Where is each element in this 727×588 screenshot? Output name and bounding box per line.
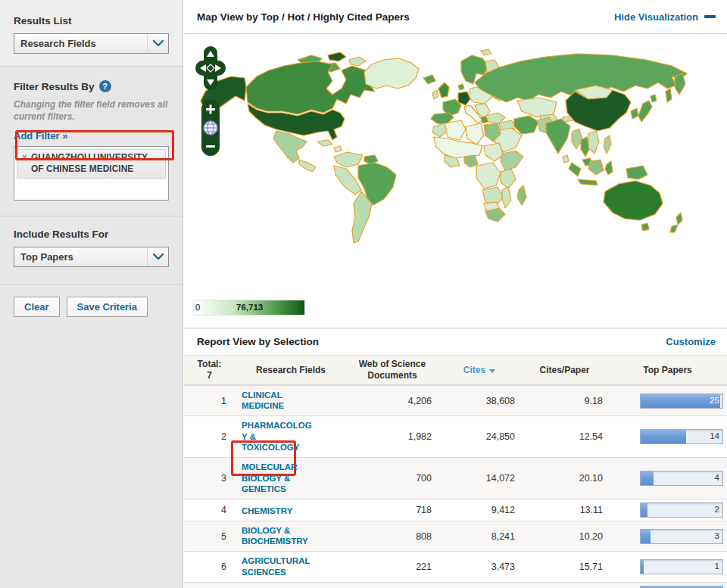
hide-visualization-label: Hide Visualization — [614, 11, 698, 23]
filter-tag-label: GUANGZHOU UNIVERSITY OF CHINESE MEDICINE — [31, 152, 161, 175]
legend-max-value: 76,713 — [236, 303, 263, 312]
field-link[interactable]: MOLECULAR BIOLOGY & GENETICS — [242, 462, 297, 494]
include-results-dropdown-value: Top Papers — [14, 251, 147, 263]
report-view-header: Report View by Selection Customize — [184, 328, 727, 355]
chevron-down-icon[interactable] — [147, 247, 168, 266]
globe-icon — [204, 121, 217, 135]
col-wos-documents: Web of Science Documents — [347, 356, 438, 384]
filter-section: Filter Results By ? Changing the filter … — [0, 67, 183, 216]
col-research-fields: Research Fields — [235, 362, 347, 379]
field-link[interactable]: CHEMISTRY — [242, 506, 292, 516]
top-papers-bar: 2 — [640, 502, 723, 518]
results-list-dropdown[interactable]: Research Fields — [14, 33, 169, 54]
docs-cell: 4,206 — [347, 396, 438, 406]
docs-cell: 718 — [347, 505, 438, 515]
top-papers-value: 2 — [715, 505, 719, 514]
cpp-cell: 20.10 — [521, 473, 608, 484]
world-map-visualization[interactable]: 0 76,713 — [184, 34, 727, 322]
remove-filter-icon[interactable]: × — [22, 152, 27, 163]
save-criteria-button[interactable]: Save Criteria — [67, 297, 148, 317]
map-pan-control[interactable] — [194, 45, 227, 92]
filter-results-heading: Filter Results By — [14, 81, 95, 92]
rank-cell: 2 — [184, 431, 235, 442]
table-row-all-fields: 0 ALL FIELDS 10,348 120,321 11.63 62 — [184, 582, 727, 588]
report-table: Total: 7 Research Fields Web of Science … — [184, 355, 727, 588]
cpp-cell: 15.71 — [521, 562, 608, 572]
top-papers-bar: 1 — [640, 559, 723, 574]
table-row: 1 CLINICAL MEDICINE 4,206 38,608 9.18 25 — [184, 385, 727, 415]
include-results-section: Include Results For Top Papers — [0, 216, 183, 285]
field-link[interactable]: PHARMACOLOG Y & TOXICOLOGY — [242, 420, 312, 453]
table-row: 6 AGRICULTURAL SCIENCES 221 3,473 15.71 … — [184, 551, 727, 581]
report-view-title: Report View by Selection — [197, 336, 319, 347]
cites-cell: 24,850 — [438, 431, 521, 442]
table-row: 2 PHARMACOLOG Y & TOXICOLOGY 1,982 24,85… — [184, 415, 727, 457]
main-panel: Map View by Top / Hot / Highly Cited Pap… — [184, 0, 727, 588]
table-row-highlighted: 3 MOLECULAR BIOLOGY & GENETICS 700 14,07… — [184, 457, 727, 499]
col-cites-sort[interactable]: Cites — [438, 362, 521, 379]
choropleth-world-map[interactable] — [184, 42, 727, 293]
docs-cell: 700 — [347, 473, 438, 484]
collapse-minus-icon — [704, 15, 716, 18]
add-filter-link[interactable]: Add Filter » — [14, 130, 68, 142]
rank-cell: 3 — [184, 473, 235, 484]
rank-cell: 6 — [184, 562, 235, 572]
cpp-cell: 12.54 — [521, 431, 608, 442]
clear-button[interactable]: Clear — [14, 297, 60, 317]
col-cites-label: Cites — [463, 365, 485, 376]
help-icon[interactable]: ? — [99, 80, 111, 92]
col-top-papers: Top Papers — [608, 362, 727, 379]
table-header-row: Total: 7 Research Fields Web of Science … — [184, 355, 727, 385]
cites-cell: 9,412 — [438, 505, 521, 515]
top-papers-value: 1 — [715, 562, 719, 571]
top-papers-bar: 4 — [640, 471, 723, 486]
docs-cell: 808 — [347, 531, 438, 542]
app-screen: Results List Research Fields Filter Resu… — [0, 0, 727, 588]
top-papers-value: 25 — [710, 396, 719, 405]
legend-min-value: 0 — [195, 303, 200, 312]
rank-cell: 4 — [184, 505, 235, 515]
include-results-dropdown[interactable]: Top Papers — [14, 247, 169, 267]
choropleth-legend: 0 76,713 — [193, 300, 305, 316]
col-cites-per-paper: Cites/Paper — [521, 362, 608, 379]
table-row: 5 BIOLOGY & BIOCHEMISTRY 808 8,241 10.20… — [184, 521, 727, 551]
results-list-dropdown-value: Research Fields — [14, 38, 147, 49]
sort-desc-icon — [489, 369, 495, 373]
filter-note: Changing the filter field removes all cu… — [14, 98, 169, 123]
top-papers-bar: 3 — [640, 529, 723, 544]
table-row: 4 CHEMISTRY 718 9,412 13.11 2 — [184, 499, 727, 521]
sidebar: Results List Research Fields Filter Resu… — [0, 0, 183, 588]
cpp-cell: 9.18 — [521, 396, 608, 406]
top-papers-bar: 25 — [640, 394, 723, 409]
cites-cell: 8,241 — [438, 531, 521, 542]
rank-cell: 5 — [184, 531, 235, 542]
zoom-out-icon — [206, 145, 215, 148]
active-filters-box: × GUANGZHOU UNIVERSITY OF CHINESE MEDICI… — [14, 146, 169, 201]
map-zoom-control[interactable] — [201, 99, 220, 157]
top-papers-bar: 62 — [640, 586, 723, 588]
hide-visualization-link[interactable]: Hide Visualization — [614, 11, 716, 23]
top-papers-value: 14 — [710, 431, 719, 440]
cpp-cell: 10.20 — [521, 531, 608, 542]
results-list-heading: Results List — [14, 15, 169, 26]
criteria-buttons: Clear Save Criteria — [0, 285, 183, 329]
total-header: Total: 7 — [184, 356, 235, 384]
cites-cell: 14,072 — [438, 473, 521, 484]
map-controls — [194, 45, 229, 160]
top-papers-value: 4 — [715, 473, 719, 482]
customize-link[interactable]: Customize — [666, 336, 716, 347]
top-papers-bar: 14 — [640, 429, 723, 444]
include-results-heading: Include Results For — [14, 229, 169, 240]
filter-tag[interactable]: × GUANGZHOU UNIVERSITY OF CHINESE MEDICI… — [17, 149, 166, 179]
field-link[interactable]: BIOLOGY & BIOCHEMISTRY — [242, 525, 308, 547]
field-link[interactable]: AGRICULTURAL SCIENCES — [242, 555, 310, 577]
rank-cell: 1 — [184, 396, 235, 406]
chevron-down-icon[interactable] — [147, 34, 168, 53]
map-view-header: Map View by Top / Hot / Highly Cited Pap… — [184, 0, 727, 34]
docs-cell: 1,982 — [347, 431, 438, 442]
docs-cell: 221 — [347, 562, 438, 572]
cites-cell: 3,473 — [438, 562, 521, 572]
field-link[interactable]: CLINICAL MEDICINE — [242, 390, 284, 412]
map-view-title: Map View by Top / Hot / Highly Cited Pap… — [197, 11, 410, 23]
cites-cell: 38,608 — [438, 396, 521, 406]
